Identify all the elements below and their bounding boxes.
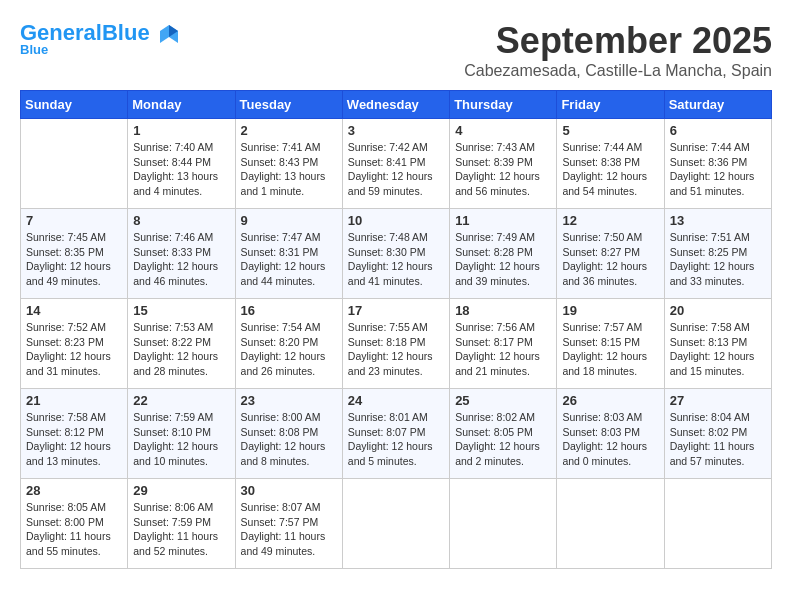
day-info: Sunset: 8:10 PM xyxy=(133,425,229,440)
calendar-cell: 28Sunrise: 8:05 AMSunset: 8:00 PMDayligh… xyxy=(21,479,128,569)
day-info: Sunset: 7:57 PM xyxy=(241,515,337,530)
day-info: Sunset: 8:25 PM xyxy=(670,245,766,260)
logo-tagline: Blue xyxy=(20,42,48,57)
day-info: Daylight: 13 hours xyxy=(241,169,337,184)
day-info: Sunset: 8:23 PM xyxy=(26,335,122,350)
logo-icon xyxy=(158,23,180,45)
day-info: and 1 minute. xyxy=(241,184,337,199)
calendar-cell: 12Sunrise: 7:50 AMSunset: 8:27 PMDayligh… xyxy=(557,209,664,299)
calendar-cell: 3Sunrise: 7:42 AMSunset: 8:41 PMDaylight… xyxy=(342,119,449,209)
calendar-cell: 1Sunrise: 7:40 AMSunset: 8:44 PMDaylight… xyxy=(128,119,235,209)
weekday-header-wednesday: Wednesday xyxy=(342,91,449,119)
logo: GeneralBlue Blue xyxy=(20,20,180,57)
calendar-cell: 7Sunrise: 7:45 AMSunset: 8:35 PMDaylight… xyxy=(21,209,128,299)
day-info: and 56 minutes. xyxy=(455,184,551,199)
day-info: Sunset: 8:30 PM xyxy=(348,245,444,260)
day-info: Sunset: 8:08 PM xyxy=(241,425,337,440)
title-block: September 2025 Cabezamesada, Castille-La… xyxy=(464,20,772,80)
day-info: Sunset: 8:20 PM xyxy=(241,335,337,350)
calendar-cell: 25Sunrise: 8:02 AMSunset: 8:05 PMDayligh… xyxy=(450,389,557,479)
calendar-cell xyxy=(450,479,557,569)
day-info: Sunrise: 7:58 AM xyxy=(670,320,766,335)
day-info: Sunset: 8:15 PM xyxy=(562,335,658,350)
day-info: and 26 minutes. xyxy=(241,364,337,379)
week-row-5: 28Sunrise: 8:05 AMSunset: 8:00 PMDayligh… xyxy=(21,479,772,569)
day-number: 2 xyxy=(241,123,337,138)
day-info: Sunset: 8:44 PM xyxy=(133,155,229,170)
day-info: Daylight: 12 hours xyxy=(133,259,229,274)
day-info: and 4 minutes. xyxy=(133,184,229,199)
day-number: 7 xyxy=(26,213,122,228)
day-info: Sunset: 8:07 PM xyxy=(348,425,444,440)
day-info: Sunrise: 7:40 AM xyxy=(133,140,229,155)
location: Cabezamesada, Castille-La Mancha, Spain xyxy=(464,62,772,80)
day-info: Daylight: 12 hours xyxy=(26,259,122,274)
day-info: and 13 minutes. xyxy=(26,454,122,469)
day-info: and 39 minutes. xyxy=(455,274,551,289)
day-info: Daylight: 12 hours xyxy=(241,349,337,364)
week-row-1: 1Sunrise: 7:40 AMSunset: 8:44 PMDaylight… xyxy=(21,119,772,209)
day-info: Sunrise: 8:00 AM xyxy=(241,410,337,425)
day-info: Sunset: 8:00 PM xyxy=(26,515,122,530)
day-info: Sunrise: 7:58 AM xyxy=(26,410,122,425)
day-number: 15 xyxy=(133,303,229,318)
weekday-header-sunday: Sunday xyxy=(21,91,128,119)
day-info: Daylight: 12 hours xyxy=(562,259,658,274)
day-info: Sunrise: 7:43 AM xyxy=(455,140,551,155)
day-info: and 8 minutes. xyxy=(241,454,337,469)
day-info: Sunrise: 7:50 AM xyxy=(562,230,658,245)
calendar-cell: 26Sunrise: 8:03 AMSunset: 8:03 PMDayligh… xyxy=(557,389,664,479)
day-info: Daylight: 12 hours xyxy=(455,349,551,364)
day-info: and 55 minutes. xyxy=(26,544,122,559)
day-info: Daylight: 12 hours xyxy=(670,349,766,364)
day-info: and 54 minutes. xyxy=(562,184,658,199)
day-info: Sunset: 8:05 PM xyxy=(455,425,551,440)
day-info: Sunrise: 7:47 AM xyxy=(241,230,337,245)
day-info: Sunrise: 7:48 AM xyxy=(348,230,444,245)
day-info: and 23 minutes. xyxy=(348,364,444,379)
day-info: and 2 minutes. xyxy=(455,454,551,469)
day-number: 16 xyxy=(241,303,337,318)
day-info: and 46 minutes. xyxy=(133,274,229,289)
calendar-cell: 14Sunrise: 7:52 AMSunset: 8:23 PMDayligh… xyxy=(21,299,128,389)
day-info: Daylight: 12 hours xyxy=(670,169,766,184)
logo-blue: Blue xyxy=(102,20,150,45)
calendar-cell xyxy=(664,479,771,569)
calendar-cell: 29Sunrise: 8:06 AMSunset: 7:59 PMDayligh… xyxy=(128,479,235,569)
calendar-cell xyxy=(21,119,128,209)
day-info: Daylight: 11 hours xyxy=(241,529,337,544)
day-info: Daylight: 12 hours xyxy=(133,349,229,364)
day-number: 19 xyxy=(562,303,658,318)
day-number: 28 xyxy=(26,483,122,498)
day-number: 8 xyxy=(133,213,229,228)
day-info: Sunrise: 8:01 AM xyxy=(348,410,444,425)
day-info: Sunrise: 7:57 AM xyxy=(562,320,658,335)
day-number: 30 xyxy=(241,483,337,498)
day-info: and 36 minutes. xyxy=(562,274,658,289)
weekday-header-row: SundayMondayTuesdayWednesdayThursdayFrid… xyxy=(21,91,772,119)
day-info: and 52 minutes. xyxy=(133,544,229,559)
day-info: Daylight: 12 hours xyxy=(241,259,337,274)
day-info: and 44 minutes. xyxy=(241,274,337,289)
day-info: Daylight: 12 hours xyxy=(133,439,229,454)
day-info: Sunset: 8:38 PM xyxy=(562,155,658,170)
day-number: 29 xyxy=(133,483,229,498)
calendar-cell: 2Sunrise: 7:41 AMSunset: 8:43 PMDaylight… xyxy=(235,119,342,209)
day-info: Daylight: 11 hours xyxy=(133,529,229,544)
day-number: 20 xyxy=(670,303,766,318)
day-number: 12 xyxy=(562,213,658,228)
calendar-cell: 19Sunrise: 7:57 AMSunset: 8:15 PMDayligh… xyxy=(557,299,664,389)
day-info: Sunrise: 7:44 AM xyxy=(562,140,658,155)
day-info: and 10 minutes. xyxy=(133,454,229,469)
weekday-header-saturday: Saturday xyxy=(664,91,771,119)
day-info: Sunrise: 7:42 AM xyxy=(348,140,444,155)
day-info: Sunrise: 7:52 AM xyxy=(26,320,122,335)
day-info: and 15 minutes. xyxy=(670,364,766,379)
day-info: Sunset: 8:17 PM xyxy=(455,335,551,350)
day-number: 22 xyxy=(133,393,229,408)
day-info: and 0 minutes. xyxy=(562,454,658,469)
calendar-cell: 13Sunrise: 7:51 AMSunset: 8:25 PMDayligh… xyxy=(664,209,771,299)
day-info: Sunset: 8:22 PM xyxy=(133,335,229,350)
day-info: and 49 minutes. xyxy=(241,544,337,559)
calendar-cell: 9Sunrise: 7:47 AMSunset: 8:31 PMDaylight… xyxy=(235,209,342,299)
